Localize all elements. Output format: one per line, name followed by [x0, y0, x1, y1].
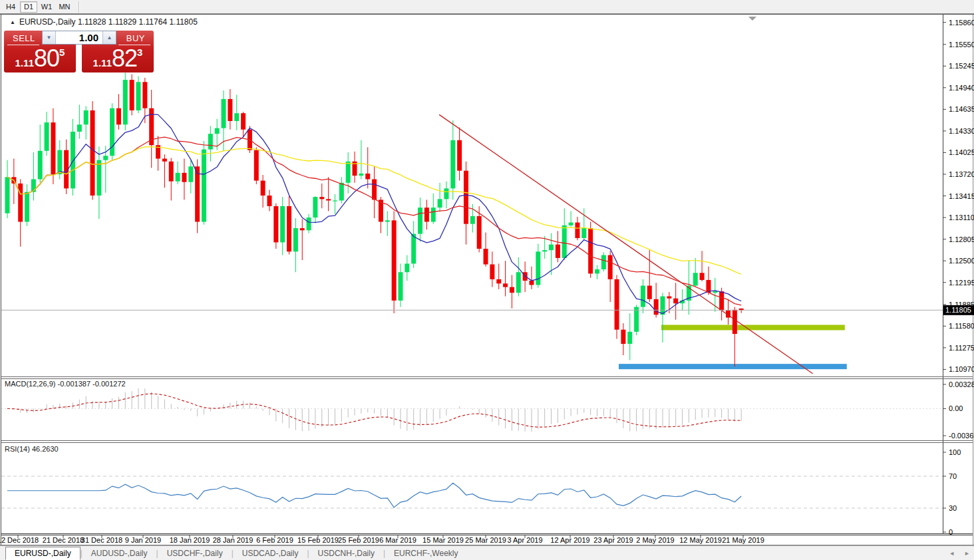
- symbol-ohlc-text: EURUSD-,Daily 1.11828 1.11829 1.11764 1.…: [19, 17, 198, 27]
- volume-input[interactable]: [56, 31, 102, 44]
- tab-scroll-arrows: ◄ ►: [949, 546, 970, 560]
- svg-text:6 Mar 2019: 6 Mar 2019: [379, 536, 416, 544]
- tab-usdcad-daily[interactable]: USDCAD-,Daily: [234, 547, 307, 559]
- svg-text:1.12805: 1.12805: [949, 235, 974, 243]
- svg-text:21 Dec 2018: 21 Dec 2018: [43, 536, 84, 544]
- svg-text:1.12195: 1.12195: [949, 279, 974, 287]
- svg-text:1.14940: 1.14940: [949, 84, 974, 92]
- timeframe-button-d1[interactable]: D1: [20, 1, 37, 13]
- timeframe-button-w1[interactable]: W1: [38, 1, 55, 13]
- svg-text:1.14025: 1.14025: [949, 148, 974, 156]
- svg-text:9 Jan 2019: 9 Jan 2019: [125, 536, 161, 544]
- sell-price-big: 80: [34, 45, 59, 72]
- svg-text:28 Jan 2019: 28 Jan 2019: [213, 536, 253, 544]
- chart-title: ▲ EURUSD-,Daily 1.11828 1.11829 1.11764 …: [10, 17, 198, 27]
- svg-text:1.15860: 1.15860: [949, 19, 974, 27]
- svg-text:0.00: 0.00: [949, 404, 963, 412]
- volume-decrease-icon[interactable]: ▼: [43, 31, 56, 44]
- svg-text:21 May 2019: 21 May 2019: [722, 536, 764, 544]
- svg-text:-0.003659: -0.003659: [949, 432, 974, 440]
- svg-text:1.13720: 1.13720: [949, 170, 974, 178]
- sell-button[interactable]: SELL: [13, 33, 35, 43]
- svg-text:15 Feb 2019: 15 Feb 2019: [297, 536, 339, 544]
- svg-text:0: 0: [949, 528, 953, 536]
- tab-scroll-left-icon[interactable]: ◄: [949, 550, 955, 557]
- svg-text:25 Mar 2019: 25 Mar 2019: [465, 536, 506, 544]
- svg-text:1.14635: 1.14635: [949, 105, 974, 113]
- volume-increase-icon[interactable]: ▲: [102, 31, 116, 44]
- svg-text:1.13415: 1.13415: [949, 192, 974, 200]
- svg-text:0.003287: 0.003287: [949, 380, 974, 388]
- tab-scroll-right-icon[interactable]: ►: [964, 550, 970, 557]
- svg-text:15 Mar 2019: 15 Mar 2019: [422, 536, 464, 544]
- chart-tab-bar: EURUSD-,Daily|AUDUSD-,Daily|USDCHF-,Dail…: [0, 545, 974, 560]
- svg-text:1.11885: 1.11885: [949, 301, 974, 309]
- tab-eurusd-daily[interactable]: EURUSD-,Daily: [5, 547, 81, 560]
- timeframe-button-mn[interactable]: MN: [56, 1, 73, 13]
- svg-text:1.12500: 1.12500: [949, 257, 974, 265]
- svg-text:100: 100: [949, 448, 961, 456]
- svg-text:1.10970: 1.10970: [949, 365, 974, 373]
- tab-usdcnh-daily[interactable]: USDCNH-,Daily: [309, 547, 383, 559]
- svg-text:1.11580: 1.11580: [949, 322, 974, 330]
- svg-text:70: 70: [949, 472, 957, 480]
- svg-text:1.14330: 1.14330: [949, 127, 974, 135]
- buy-price: 1.11823: [82, 47, 154, 70]
- macd-indicator-label: MACD(12,26,9) -0.001387 -0.001272: [5, 380, 126, 388]
- tab-eurchf-weekly[interactable]: EURCHF-,Weekly: [385, 547, 466, 559]
- svg-text:18 Jan 2019: 18 Jan 2019: [170, 536, 210, 544]
- timeframe-button-h4[interactable]: H4: [2, 1, 19, 13]
- timeframe-toolbar: H4D1W1MN: [0, 0, 974, 14]
- trading-terminal: 1.118051.158601.155501.152451.149401.146…: [0, 0, 974, 560]
- green-band-object[interactable]: [661, 325, 845, 330]
- svg-text:1.15550: 1.15550: [949, 41, 974, 49]
- sell-price-sup: 5: [59, 47, 65, 57]
- chart-tabs: EURUSD-,Daily|AUDUSD-,Daily|USDCHF-,Dail…: [0, 547, 466, 560]
- svg-text:2 May 2019: 2 May 2019: [636, 536, 674, 544]
- svg-text:1.15245: 1.15245: [949, 62, 974, 70]
- svg-text:1.11275: 1.11275: [949, 344, 974, 352]
- svg-text:12 May 2019: 12 May 2019: [679, 536, 722, 544]
- blue-band-object[interactable]: [619, 364, 847, 369]
- svg-text:25 Feb 2019: 25 Feb 2019: [338, 536, 379, 544]
- svg-text:12 Apr 2019: 12 Apr 2019: [550, 536, 589, 544]
- svg-text:30: 30: [949, 504, 957, 512]
- tab-audusd-daily[interactable]: AUDUSD-,Daily: [82, 547, 156, 559]
- symbol-marker-icon: ▲: [10, 19, 15, 25]
- price-chart[interactable]: 1.118051.158601.155501.152451.149401.146…: [0, 0, 974, 560]
- toolbar-separator: [79, 1, 80, 13]
- svg-text:23 Apr 2019: 23 Apr 2019: [593, 536, 633, 544]
- sell-price-prefix: 1.11: [15, 57, 34, 69]
- buy-price-big: 82: [112, 45, 137, 72]
- sell-price: 1.11805: [4, 47, 76, 70]
- buy-button[interactable]: BUY: [126, 33, 145, 43]
- svg-text:12 Dec 2018: 12 Dec 2018: [0, 536, 39, 544]
- tab-usdchf-daily[interactable]: USDCHF-,Daily: [158, 547, 232, 559]
- svg-text:31 Dec 2018: 31 Dec 2018: [81, 536, 122, 544]
- svg-text:1.13110: 1.13110: [949, 213, 974, 221]
- svg-text:3 Apr 2019: 3 Apr 2019: [507, 536, 542, 544]
- rsi-indicator-label: RSI(14) 46.2630: [5, 445, 59, 453]
- volume-stepper: ▼ ▲: [42, 31, 116, 45]
- timeframe-buttons: H4D1W1MN: [2, 1, 74, 13]
- one-click-trade-widget: SELL 1.11805 BUY 1.11823 ▼ ▲: [4, 31, 154, 73]
- buy-price-sup: 3: [137, 47, 142, 57]
- svg-text:6 Feb 2019: 6 Feb 2019: [256, 536, 293, 544]
- buy-price-prefix: 1.11: [93, 57, 112, 69]
